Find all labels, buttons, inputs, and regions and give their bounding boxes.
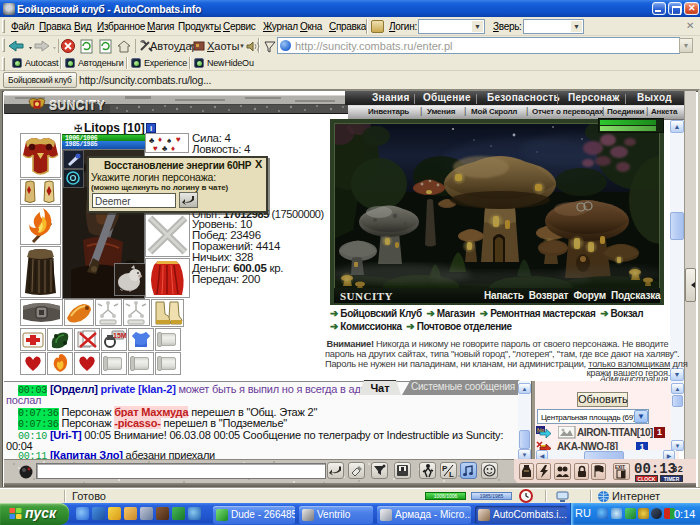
svg-text:♥: ♥ [153,144,158,152]
svg-text:♦: ♦ [158,135,162,144]
svg-text:♣: ♣ [162,144,168,152]
svg-text:15M: 15M [113,332,126,339]
svg-text:♥: ♥ [176,135,181,144]
svg-text:♦: ♦ [171,144,175,152]
svg-text:EXIT: EXIT [615,465,625,470]
svg-text:L: L [449,470,454,478]
